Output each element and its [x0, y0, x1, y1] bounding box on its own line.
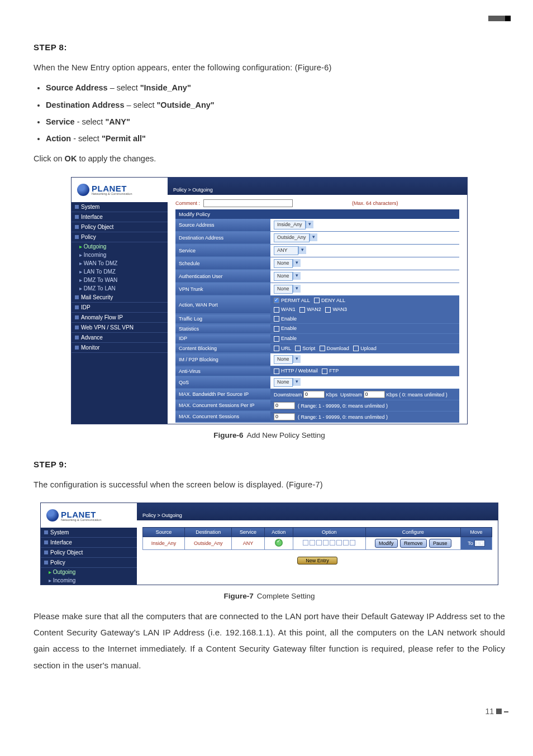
globe-icon: [77, 184, 89, 196]
sidebar-item-policy[interactable]: Policy: [41, 558, 137, 568]
logo: PLANET Networking & Communication: [72, 178, 168, 202]
globe-icon: [46, 509, 59, 521]
source-select[interactable]: Inside_Any: [274, 221, 306, 229]
qos-select[interactable]: None: [274, 378, 293, 387]
comment-hint: (Max. 64 characters): [352, 200, 398, 206]
wan2-checkbox[interactable]: [299, 307, 305, 313]
cb-url-checkbox[interactable]: [274, 346, 279, 351]
cb-download-checkbox[interactable]: [320, 346, 325, 351]
sidebar: PLANET Networking & Communication System…: [72, 178, 168, 424]
subnav-incoming[interactable]: ▸ Incoming: [72, 251, 168, 259]
section-modify-policy: Modify Policy: [175, 209, 459, 219]
stats-checkbox[interactable]: [274, 326, 279, 332]
option-boxes: [293, 537, 365, 550]
subnav-outgoing[interactable]: ▸ Outgoing: [72, 242, 168, 251]
bullet-source: Source Address – select "Inside_Any": [46, 80, 505, 95]
sidebar-item-mail-security[interactable]: Mail Security: [72, 293, 168, 303]
final-paragraph: Please make sure that all the computers …: [34, 608, 505, 673]
chevron-down-icon[interactable]: ▾: [293, 378, 301, 386]
sidebar-item-interface[interactable]: Interface: [72, 212, 168, 222]
subnav-outgoing[interactable]: ▸ Outgoing: [41, 568, 137, 576]
schedule-select[interactable]: None: [274, 259, 293, 268]
traffic-log-checkbox[interactable]: [274, 316, 279, 322]
p2p-select[interactable]: None: [274, 355, 293, 364]
sidebar-item-system[interactable]: System: [41, 528, 137, 538]
sidebar-item-anomaly[interactable]: Anomaly Flow IP: [72, 313, 168, 323]
bullet-destination: Destination Address – select "Outside_An…: [46, 97, 505, 113]
step8-title: STEP 8:: [34, 42, 505, 52]
sidebar-item-policy[interactable]: Policy: [72, 232, 168, 242]
sidebar-item-advance[interactable]: Advance: [72, 333, 168, 343]
step8-intro: When the New Entry option appears, enter…: [34, 60, 505, 75]
dest-select[interactable]: Outside_Any: [274, 233, 310, 242]
chevron-down-icon[interactable]: ▾: [298, 246, 306, 254]
comment-input[interactable]: [203, 199, 293, 207]
step8-bullets: Source Address – select "Inside_Any" Des…: [46, 80, 505, 146]
policy-list-table: SourceDestinationService ActionOption Co…: [142, 527, 492, 550]
mcs-input[interactable]: [274, 413, 295, 420]
logo: PLANETNetworking & Communication: [41, 503, 137, 528]
vpn-select[interactable]: None: [274, 285, 293, 294]
figure-7: PLANETNetworking & Communication System …: [40, 503, 498, 585]
page-corner-mark: [488, 16, 505, 21]
sidebar-f7: PLANETNetworking & Communication System …: [41, 503, 137, 585]
bullet-service: Service - select "ANY": [46, 114, 505, 130]
chevron-down-icon[interactable]: ▾: [293, 259, 301, 267]
service-select[interactable]: ANY: [274, 246, 298, 255]
new-entry-button[interactable]: New Entry: [297, 557, 337, 564]
action-permit-icon: ✓: [275, 539, 283, 547]
table-row: Inside_Any Outside_Any ANY ✓ Modify Remo…: [143, 537, 492, 550]
idp-checkbox[interactable]: [274, 336, 279, 342]
bw-up-input[interactable]: [364, 391, 385, 398]
subnav-dmz-to-lan[interactable]: ▸ DMZ To LAN: [72, 284, 168, 293]
figure-6-caption: Figure-6Add New Policy Setting: [34, 431, 505, 439]
mcspi-input[interactable]: [274, 402, 295, 409]
chevron-down-icon[interactable]: ▾: [293, 355, 301, 363]
breadcrumb: Policy > Outgoing: [168, 178, 467, 195]
move-select[interactable]: 1 ▾: [474, 540, 485, 547]
chevron-down-icon[interactable]: ▾: [310, 233, 317, 241]
av-http-checkbox[interactable]: [274, 369, 279, 374]
page-number: 11: [34, 707, 505, 716]
chevron-down-icon[interactable]: ▾: [293, 285, 301, 293]
figure-6: PLANET Networking & Communication System…: [71, 177, 468, 424]
sidebar-item-monitor[interactable]: Monitor: [72, 343, 168, 353]
chevron-down-icon[interactable]: ▾: [293, 272, 301, 280]
cb-script-checkbox[interactable]: [295, 346, 301, 351]
breadcrumb: Policy > Outgoing: [137, 503, 498, 520]
figure-7-caption: Figure-7Complete Setting: [34, 592, 505, 600]
bw-down-input[interactable]: [303, 391, 325, 398]
sidebar-item-interface[interactable]: Interface: [41, 538, 137, 548]
subnav-lan-to-dmz[interactable]: ▸ LAN To DMZ: [72, 267, 168, 276]
policy-form-table: Source AddressInside_Any▾ Destination Ad…: [175, 219, 459, 423]
permit-all-checkbox[interactable]: [274, 298, 279, 303]
remove-button[interactable]: Remove: [400, 539, 427, 548]
bullet-action: Action - select "Permit all": [46, 131, 505, 146]
modify-button[interactable]: Modify: [375, 539, 398, 548]
step8-closing: Click on OK to apply the changes.: [34, 151, 505, 166]
av-ftp-checkbox[interactable]: [322, 369, 327, 374]
sidebar-item-policy-object[interactable]: Policy Object: [72, 222, 168, 232]
auth-select[interactable]: None: [274, 272, 293, 281]
sidebar-item-idp[interactable]: IDP: [72, 303, 168, 313]
subnav-dmz-to-wan[interactable]: ▸ DMZ To WAN: [72, 276, 168, 284]
pause-button[interactable]: Pause: [429, 539, 451, 548]
chevron-down-icon[interactable]: ▾: [306, 221, 313, 228]
subnav-wan-to-dmz[interactable]: ▸ WAN To DMZ: [72, 259, 168, 267]
cb-upload-checkbox[interactable]: [353, 346, 359, 351]
deny-all-checkbox[interactable]: [314, 298, 320, 303]
sidebar-item-policy-object[interactable]: Policy Object: [41, 548, 137, 558]
step9-title: STEP 9:: [34, 460, 505, 469]
sidebar-item-system[interactable]: System: [72, 202, 168, 212]
wan1-checkbox[interactable]: [274, 307, 279, 313]
sidebar-item-webvpn[interactable]: Web VPN / SSL VPN: [72, 323, 168, 333]
wan3-checkbox[interactable]: [325, 307, 331, 313]
comment-label: Comment :: [175, 200, 200, 206]
step9-text: The configuration is successful when the…: [34, 477, 505, 492]
subnav-incoming[interactable]: ▸ Incoming: [41, 576, 137, 585]
